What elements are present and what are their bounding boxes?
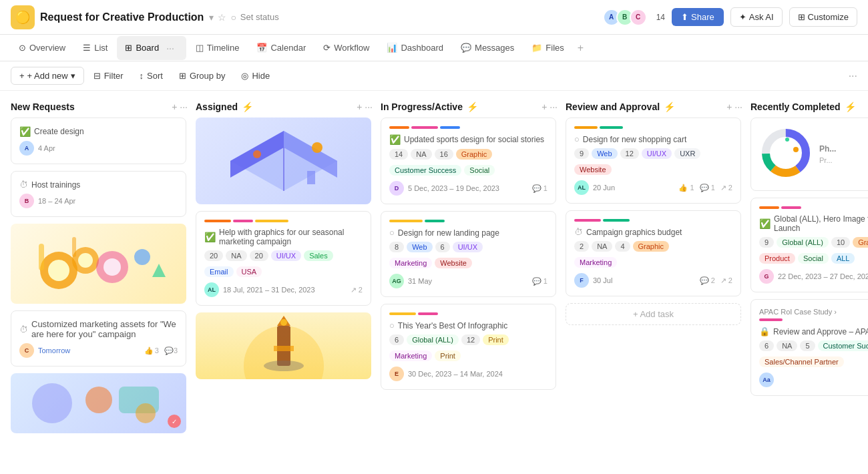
col-add-assigned[interactable]: + <box>357 101 362 112</box>
card-status-customized: ⏱ Customized marketing assets for "We ar… <box>19 319 178 339</box>
card-title-customized: Customized marketing assets for "We are … <box>31 319 178 339</box>
card-infographic[interactable]: ○ This Year's Best Of Infographic 6 Glob… <box>381 304 556 390</box>
card-footer-sports: D 5 Dec, 2023 – 19 Dec, 2023 💬 1 <box>389 181 548 196</box>
circle-icon-cart: ○ <box>574 134 580 144</box>
tags-landing-2: Marketing Website <box>389 258 548 268</box>
hide-button[interactable]: ◎ Hide <box>234 67 276 84</box>
messages-icon: 💬 <box>461 43 471 53</box>
bar-cart-2 <box>600 126 623 129</box>
share-icon: ⬆ <box>681 12 688 22</box>
tab-calendar[interactable]: 📅 Calendar <box>248 39 314 57</box>
dropdown-icon[interactable]: ▾ <box>209 12 214 23</box>
tab-files[interactable]: 📁 Files <box>523 39 572 57</box>
ask-ai-button[interactable]: ✦ Ask AI <box>730 7 783 27</box>
col-title-new-requests: New Requests <box>11 101 75 112</box>
nav-tabs: ⊙ Overview ☰ List ⊞ Board ··· ◫ Timeline… <box>0 35 868 61</box>
toolbar-more[interactable]: ··· <box>849 70 857 82</box>
img-isometric <box>196 117 371 204</box>
card-status-infographic: ○ This Year's Best Of Infographic <box>389 320 548 330</box>
col-header-new-requests: New Requests + ··· <box>11 99 188 117</box>
add-task-review[interactable]: + Add task <box>566 303 741 325</box>
card-yellow-gears[interactable] <box>11 224 186 304</box>
status-label[interactable]: Set status <box>240 12 279 22</box>
add-new-button[interactable]: + + Add new ▾ <box>11 67 84 85</box>
card-sports-design[interactable]: ✅ Updated sports design for social stori… <box>381 117 556 204</box>
timeline-icon: ◫ <box>196 43 204 53</box>
col-more-in-progress[interactable]: ··· <box>550 101 558 112</box>
tag-usa-help: USA <box>236 266 262 277</box>
tag-social-sports: Social <box>464 165 495 176</box>
col-more-new-requests[interactable]: ··· <box>180 101 188 112</box>
col-header-recently: Recently Completed ⚡ <box>750 99 868 117</box>
card-apac-case-study[interactable]: APAC RoI Case Study › 🔒 Review and Appro… <box>750 299 868 396</box>
tab-list[interactable]: ☰ List <box>75 39 116 57</box>
customize-button[interactable]: ⊞ Customize <box>789 7 857 27</box>
card-footer-apac: Aa <box>759 373 868 387</box>
card-footer-customized: C Tomorrow 👍3 💬3 <box>19 343 178 358</box>
tab-overview[interactable]: ⊙ Overview <box>11 39 73 57</box>
tag-print2-infographic: Print <box>435 350 461 361</box>
column-review: Review and Approval ⚡ + ··· ○ Design for… <box>566 99 742 467</box>
meta-budget: 💬 2 ↗ 2 <box>700 276 732 285</box>
lock-icon-apac: 🔒 <box>759 326 770 336</box>
avatar-host-trainings: B <box>19 194 34 208</box>
breadcrumb-apac: APAC RoI Case Study › <box>759 308 868 316</box>
card-isometric[interactable] <box>196 117 371 204</box>
col-more-assigned[interactable]: ··· <box>365 101 373 112</box>
card-landing-page[interactable]: ○ Design for new landing page 8 Web 6 UI… <box>381 211 556 297</box>
tag-na-budget: NA <box>592 241 612 252</box>
card-host-trainings[interactable]: ⏱ Host trainings B 18 – 24 Apr <box>11 171 186 217</box>
card-customized-marketing[interactable]: ⏱ Customized marketing assets for "We ar… <box>11 310 186 367</box>
filter-button[interactable]: ⊟ Filter <box>87 67 130 84</box>
group-by-button[interactable]: ⊞ Group by <box>172 67 232 84</box>
col-cards-assigned: ✅ Help with graphics for our seasonal ma… <box>196 117 373 379</box>
card-create-design[interactable]: ✅ Create design A 4 Apr <box>11 117 186 164</box>
card-chart[interactable]: Ph... Pr... <box>750 117 868 191</box>
card-badge: ✓ <box>168 415 181 428</box>
tags-cart-1: 9 Web 12 UI/UX UXR <box>574 148 732 159</box>
svg-rect-6 <box>39 244 44 270</box>
card-hero-image[interactable]: ✅ Global (ALL), Hero Image for Product L… <box>750 198 868 292</box>
tags-apac-1: 6 NA 5 Customer Succ... <box>759 340 868 351</box>
donut-chart <box>759 126 813 182</box>
tab-board[interactable]: ⊞ Board ··· <box>117 36 186 60</box>
board-more-icon[interactable]: ··· <box>162 40 178 56</box>
color-bar-hero <box>759 206 868 209</box>
card-campaign-budget[interactable]: ⏱ Campaign graphics budget 2 NA 4 Graphi… <box>566 210 741 296</box>
col-title-in-progress: In Progress/Active <box>381 101 463 112</box>
overview-icon: ⊙ <box>19 43 26 53</box>
tag-6: 6 <box>435 242 450 252</box>
card-lighthouse[interactable] <box>196 312 371 379</box>
project-title: Request for Creative Production <box>40 11 204 23</box>
tags-cart-2: Website <box>574 164 732 175</box>
col-more-review[interactable]: ··· <box>734 101 742 112</box>
tag-product-hero: Product <box>759 253 795 264</box>
col-add-new-requests[interactable]: + <box>172 101 177 112</box>
tag-website-cart: Website <box>574 164 612 175</box>
tag-website-landing: Website <box>435 258 472 268</box>
tab-dashboard[interactable]: 📊 Dashboard <box>379 39 451 57</box>
add-tab-button[interactable]: + <box>574 39 588 57</box>
sort-button[interactable]: ↕ Sort <box>133 67 170 84</box>
tag-graphic-sports: Graphic <box>456 149 493 160</box>
tab-workflow[interactable]: ⟳ Workflow <box>315 39 377 57</box>
card-shopping-cart[interactable]: ○ Design for new shopping cart 9 Web 12 … <box>566 117 741 204</box>
star-icon[interactable]: ☆ <box>218 12 226 23</box>
card-help-graphics[interactable]: ✅ Help with graphics for our seasonal ma… <box>196 211 371 306</box>
bar-cart-1 <box>574 126 598 129</box>
bar1 <box>204 220 231 222</box>
col-add-in-progress[interactable]: + <box>541 101 547 112</box>
share-button[interactable]: ⬆ Share <box>672 8 724 26</box>
col-add-review[interactable]: + <box>726 101 732 112</box>
card-blue-abstract[interactable]: ✓ <box>11 373 186 433</box>
bolt-icon-recently: ⚡ <box>845 101 856 112</box>
topbar-right: A B C 14 ⬆ Share ✦ Ask AI ⊞ Customize <box>603 7 857 27</box>
col-actions-new-requests: + ··· <box>172 101 188 112</box>
tab-messages[interactable]: 💬 Messages <box>453 39 522 57</box>
svg-point-19 <box>253 150 261 158</box>
avatar-apac: Aa <box>759 373 774 387</box>
tab-timeline[interactable]: ◫ Timeline <box>188 39 248 57</box>
svg-point-32 <box>785 138 789 142</box>
date-help: 18 Jul, 2021 – 31 Dec, 2023 <box>223 286 347 294</box>
status-icon[interactable]: ○ <box>230 12 236 23</box>
